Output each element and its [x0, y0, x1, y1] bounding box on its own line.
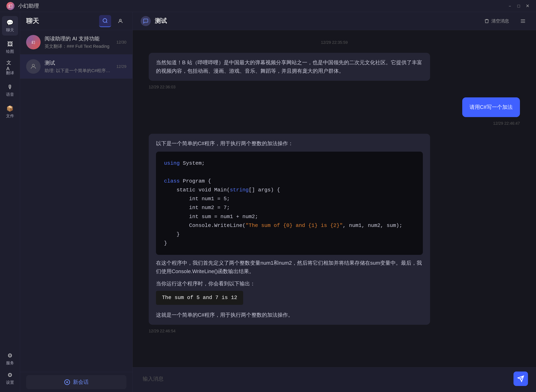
- chat-header-title: 测试: [155, 17, 167, 25]
- nav-item-draw[interactable]: 🖼 绘图: [2, 37, 18, 57]
- message-row-user: 请用C#写一个加法 12/29 22:46:47: [149, 97, 520, 128]
- app-logo: 幻: [6, 2, 15, 10]
- nav-item-translate[interactable]: 文A 翻译: [2, 59, 18, 79]
- nav-label-translate: 翻译: [6, 70, 14, 76]
- message-bubble-code: 以下是一个简单的C#程序，用于执行两个整数的加法操作： using System…: [149, 134, 430, 325]
- chat-header-actions: 清空消息: [479, 16, 528, 27]
- title-bar: 幻 小幻助理 － □ ✕: [0, 0, 536, 12]
- minimize-button[interactable]: －: [508, 4, 512, 9]
- svg-text:幻: 幻: [8, 4, 13, 9]
- chat-header-icon: [141, 16, 151, 26]
- message-row-code: 以下是一个简单的C#程序，用于执行两个整数的加法操作： using System…: [149, 134, 520, 335]
- translate-icon: 文A: [6, 62, 14, 69]
- chat-main: 测试 清空消息 12/29 22:35:59: [133, 12, 536, 392]
- chat-icon: 💬: [6, 19, 14, 26]
- main-layout: 💬 聊天 🖼 绘图 文A 翻译 🎙 语音 📦 文件 ⚙ 服务 ⚙ 设置: [0, 12, 536, 392]
- draw-icon: 🖼: [6, 40, 14, 48]
- svg-point-2: [103, 19, 107, 23]
- profile-button[interactable]: [114, 15, 126, 27]
- chat-input-area: [133, 367, 536, 392]
- clear-messages-button[interactable]: 清空消息: [479, 16, 514, 27]
- nav-label-service: 服务: [6, 360, 14, 366]
- output-label: 当你运行这个程序时，你会看到以下输出：: [156, 280, 423, 288]
- file-icon: 📦: [6, 105, 14, 112]
- message-time-4: 12/29 22:46:54: [149, 329, 176, 333]
- sidebar-actions: [99, 15, 126, 27]
- new-chat-button[interactable]: 新会话: [26, 375, 126, 389]
- nav-item-file[interactable]: 📦 文件: [2, 102, 18, 121]
- sidebar: 聊天: [20, 12, 133, 392]
- message-input[interactable]: [141, 372, 509, 386]
- chat-item-ai-reading[interactable]: 幻 阅读助理的 AI 支持功能 英文翻译：### Full Text Readi…: [20, 30, 133, 54]
- message-bubble-user: 请用C#写一个加法: [462, 97, 520, 117]
- nav-label-settings: 设置: [6, 380, 14, 385]
- message-row-1: 当然知道！B 站（哔哩哔哩）是中国最大的弹幕视频分享网站之一，也是中国领先的二次…: [149, 53, 520, 91]
- message-time-2: 12/29 22:36:03: [149, 85, 176, 89]
- chat-settings-button[interactable]: [518, 16, 528, 26]
- nav-label-chat: 聊天: [6, 27, 14, 33]
- nav-label-voice: 语音: [6, 92, 14, 97]
- left-nav: 💬 聊天 🖼 绘图 文A 翻译 🎙 语音 📦 文件 ⚙ 服务 ⚙ 设置: [0, 12, 20, 392]
- nav-label-draw: 绘图: [6, 49, 14, 54]
- output-block: The sum of 5 and 7 is 12: [156, 291, 243, 305]
- search-button[interactable]: [99, 15, 111, 27]
- chat-info-test: 测试 助理: 以下是一个简单的C#程序，用...: [45, 60, 112, 74]
- nav-item-service[interactable]: ⚙ 服务: [2, 349, 18, 369]
- avatar-ai-reading: 幻: [26, 35, 41, 49]
- nav-bottom: ⚙ 服务 ⚙ 设置: [2, 349, 18, 388]
- nav-label-file: 文件: [6, 113, 14, 119]
- voice-icon: 🎙: [6, 83, 14, 91]
- chat-item-test[interactable]: 测试 助理: 以下是一个简单的C#程序，用... 12/29: [20, 54, 133, 79]
- svg-point-7: [32, 64, 34, 66]
- svg-line-3: [106, 22, 107, 23]
- avatar-test: [26, 59, 41, 74]
- chat-time-ai-reading: 12/30: [116, 40, 126, 45]
- sidebar-footer: 新会话: [20, 372, 133, 392]
- chat-time-test: 12/29: [116, 64, 126, 69]
- chat-name-test: 测试: [45, 60, 112, 66]
- app-title: 小幻助理: [18, 2, 39, 9]
- nav-item-voice[interactable]: 🎙 语音: [2, 80, 18, 100]
- send-button[interactable]: [513, 372, 528, 386]
- chat-header: 测试 清空消息: [133, 12, 536, 30]
- messages-area: 12/29 22:35:59 当然知道！B 站（哔哩哔哩）是中国最大的弹幕视频分…: [133, 30, 536, 367]
- chat-list: 幻 阅读助理的 AI 支持功能 英文翻译：### Full Text Readi…: [20, 30, 133, 372]
- sidebar-title: 聊天: [26, 17, 39, 25]
- code-block: using System; class Program { static voi…: [156, 152, 423, 255]
- new-chat-label: 新会话: [73, 378, 89, 386]
- chat-preview-ai-reading: 英文翻译：### Full Text Reading: [45, 43, 112, 49]
- clear-btn-label: 清空消息: [491, 18, 509, 24]
- svg-text:幻: 幻: [32, 40, 35, 44]
- nav-item-chat[interactable]: 💬 聊天: [2, 16, 18, 36]
- service-icon: ⚙: [6, 352, 14, 359]
- code-intro: 以下是一个简单的C#程序，用于执行两个整数的加法操作：: [156, 139, 423, 148]
- message-time-3: 12/29 22:46:47: [493, 121, 520, 126]
- svg-point-4: [119, 19, 121, 21]
- message-time-1: 12/29 22:35:59: [149, 40, 520, 45]
- message-bubble-1: 当然知道！B 站（哔哩哔哩）是中国最大的弹幕视频分享网站之一，也是中国领先的二次…: [149, 53, 430, 81]
- sidebar-header: 聊天: [20, 12, 133, 30]
- maximize-button[interactable]: □: [516, 4, 521, 9]
- code-description: 在这个程序中，我们首先定义了两个整数变量num1和num2，然后将它们相加并将结…: [156, 259, 423, 275]
- chat-info-ai-reading: 阅读助理的 AI 支持功能 英文翻译：### Full Text Reading: [45, 35, 112, 49]
- settings-icon: ⚙: [6, 371, 14, 378]
- chat-name-ai-reading: 阅读助理的 AI 支持功能: [45, 35, 112, 42]
- nav-item-settings[interactable]: ⚙ 设置: [2, 369, 18, 388]
- window-controls: － □ ✕: [508, 4, 530, 9]
- chat-preview-test: 助理: 以下是一个简单的C#程序，用...: [45, 68, 112, 74]
- code-footer: 这就是一个简单的C#程序，用于执行两个整数的加法操作。: [156, 311, 423, 319]
- close-button[interactable]: ✕: [525, 4, 530, 9]
